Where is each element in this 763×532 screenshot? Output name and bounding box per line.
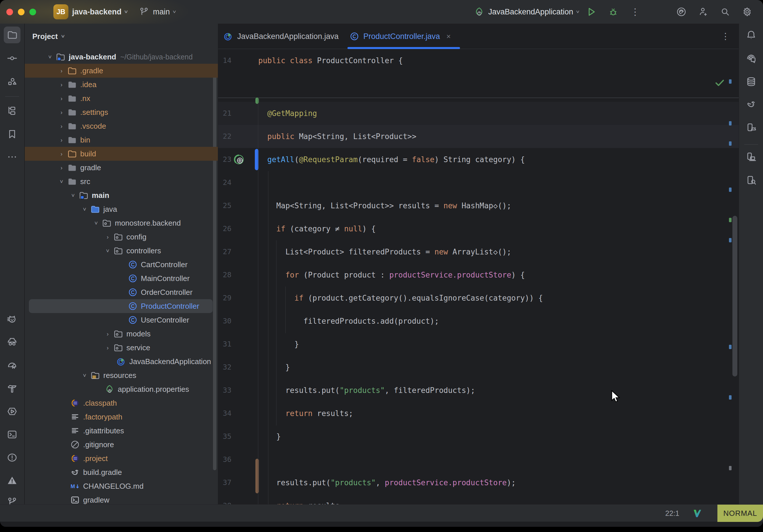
tree-item-bin[interactable]: ›bin: [25, 133, 218, 147]
tree-item-gradle[interactable]: ›gradle: [25, 161, 218, 174]
chevron-right-icon[interactable]: ›: [57, 164, 66, 171]
vcs-added-marker[interactable]: [256, 97, 259, 104]
tree-item-java-backend[interactable]: ˅java-backend~/Github/java-backend: [25, 50, 218, 64]
error-stripe-mark[interactable]: [729, 238, 731, 242]
chevron-down-icon[interactable]: ˅: [92, 220, 100, 227]
branch-selector[interactable]: main ˅: [138, 0, 176, 24]
ideavim-icon[interactable]: [692, 508, 703, 518]
code-line-36[interactable]: 36: [218, 448, 739, 471]
error-stripe-mark[interactable]: [729, 121, 731, 126]
tab-javabackendapplication[interactable]: JavaBackendApplication.java: [223, 24, 339, 49]
code-line-32[interactable]: 32 }: [218, 356, 739, 379]
minimize-window-button[interactable]: [18, 9, 25, 15]
project-panel-header[interactable]: Project ˅: [25, 24, 218, 49]
code-line-28[interactable]: 28 for (Product product : productService…: [218, 264, 739, 286]
run-button[interactable]: [585, 6, 598, 18]
tree-item-maincontroller[interactable]: MainController: [25, 271, 218, 285]
error-stripe-mark[interactable]: [729, 466, 731, 470]
more-actions-button[interactable]: ⋮: [629, 6, 641, 18]
code-line-22[interactable]: 22 public Map<String, List<Product>>: [218, 125, 739, 148]
tree-item-models[interactable]: ›models: [25, 327, 218, 341]
device-manager-icon[interactable]: [743, 119, 760, 136]
project-icon[interactable]: [4, 27, 21, 43]
code-line-29[interactable]: 29 if (product.getCategory().equalsIgnor…: [218, 286, 739, 310]
code-line-25[interactable]: 25 Map<String, List<Product>> results = …: [218, 194, 739, 217]
problems-icon[interactable]: [4, 449, 21, 466]
error-stripe-mark[interactable]: [729, 395, 731, 399]
tree-item-java[interactable]: ˅java: [25, 202, 218, 216]
chevron-right-icon[interactable]: ›: [103, 345, 112, 351]
code-line-21[interactable]: 21 @GetMapping: [218, 102, 739, 125]
error-stripe-mark[interactable]: [729, 187, 731, 192]
api-endpoint-gutter-icon[interactable]: [233, 154, 245, 165]
debug-button[interactable]: [607, 6, 619, 18]
chevron-down-icon[interactable]: ˅: [46, 53, 54, 60]
error-stripe-mark[interactable]: [729, 79, 731, 84]
tab-options-icon[interactable]: ⋮: [720, 31, 731, 42]
tree-item-javabackendapplication[interactable]: JavaBackendApplication: [25, 355, 218, 369]
database-icon[interactable]: [743, 73, 760, 90]
tree-item-main[interactable]: ˅main: [25, 188, 218, 202]
code-line-14[interactable]: 14public class ProductController {: [218, 49, 739, 72]
tree-item-resources[interactable]: ˅resources: [25, 369, 218, 382]
vim-mode-badge[interactable]: NORMAL: [717, 505, 763, 522]
code-line-31[interactable]: 31 }: [218, 333, 739, 356]
tree-item-application-properties[interactable]: application.properties: [25, 382, 218, 396]
tree-item--vscode[interactable]: ›.vscode: [25, 119, 218, 133]
tree-item--gradle[interactable]: ›.gradle: [25, 64, 218, 78]
more-icon[interactable]: [4, 149, 21, 165]
tree-item--gitignore[interactable]: .gitignore: [25, 438, 218, 452]
bookmarks-icon[interactable]: [4, 126, 21, 143]
tree-item-service[interactable]: ›service: [25, 341, 218, 355]
code-line-23[interactable]: 23 getAll(@RequestParam(required = false…: [218, 148, 739, 171]
chevron-right-icon[interactable]: ›: [57, 109, 66, 116]
commit-icon[interactable]: [4, 50, 21, 67]
build-icon[interactable]: [4, 380, 21, 397]
code-area[interactable]: 14public class ProductController {21 @Ge…: [218, 49, 739, 504]
chevron-right-icon[interactable]: ›: [57, 137, 66, 144]
tree-item-ordercontroller[interactable]: OrderController: [25, 285, 218, 299]
search-button[interactable]: [719, 6, 731, 18]
tab-productcontroller[interactable]: ProductController.java ×: [350, 24, 451, 49]
error-stripe-mark[interactable]: [729, 141, 731, 146]
structure-icon[interactable]: [4, 73, 21, 90]
error-stripe-mark[interactable]: [729, 218, 731, 222]
code-line-35[interactable]: 35 }: [218, 425, 739, 448]
settings-button[interactable]: [741, 6, 753, 18]
chevron-down-icon[interactable]: ˅: [80, 206, 89, 213]
services-icon[interactable]: [4, 403, 21, 420]
close-window-button[interactable]: [6, 9, 13, 15]
tree-item-usercontroller[interactable]: UserController: [25, 313, 218, 327]
code-line-24[interactable]: 24: [218, 171, 739, 194]
terminal-icon[interactable]: [4, 426, 21, 443]
code-line-26[interactable]: 26 if (category ≠ null) {: [218, 217, 739, 240]
notifications-icon[interactable]: [743, 27, 760, 43]
vcs-changed-marker[interactable]: [256, 459, 259, 493]
tree-item-cartcontroller[interactable]: CartController: [25, 258, 218, 271]
tree-item-src[interactable]: ˅src: [25, 174, 218, 188]
tree-item--project[interactable]: .project: [25, 452, 218, 465]
tree-item-build[interactable]: ›build: [25, 147, 218, 161]
chevron-right-icon[interactable]: ›: [57, 81, 66, 88]
chevron-right-icon[interactable]: ›: [57, 151, 66, 157]
code-line-33[interactable]: 33 results.put("products", filteredProdu…: [218, 379, 739, 402]
editor-scrollbar[interactable]: [732, 216, 737, 376]
tree-item-controllers[interactable]: ˅controllers: [25, 244, 218, 258]
code-line-34[interactable]: 34 return results;: [218, 402, 739, 425]
gradle-tool-icon[interactable]: [743, 96, 760, 113]
code-line-37[interactable]: 37 results.put("products", productServic…: [218, 471, 739, 494]
chevron-right-icon[interactable]: ›: [57, 123, 66, 130]
maximize-window-button[interactable]: [30, 9, 36, 15]
chevron-right-icon[interactable]: ›: [103, 234, 112, 240]
tree-item--idea[interactable]: ›.idea: [25, 78, 218, 91]
close-tab-icon[interactable]: ×: [446, 32, 451, 41]
running-devices-icon[interactable]: [743, 148, 760, 165]
ai-assistant-icon[interactable]: [743, 50, 760, 67]
code-line-30[interactable]: 30 filteredProducts.add(product);: [218, 310, 739, 333]
tree-item--classpath[interactable]: .classpath: [25, 396, 218, 410]
tree-item--settings[interactable]: ›.settings: [25, 105, 218, 119]
tree-item--gitattributes[interactable]: .gitattributes: [25, 424, 218, 438]
tree-item-monostore-backend[interactable]: ˅monostore.backend: [25, 216, 218, 230]
chevron-down-icon[interactable]: ˅: [69, 192, 77, 199]
chevron-right-icon[interactable]: ›: [57, 95, 66, 102]
